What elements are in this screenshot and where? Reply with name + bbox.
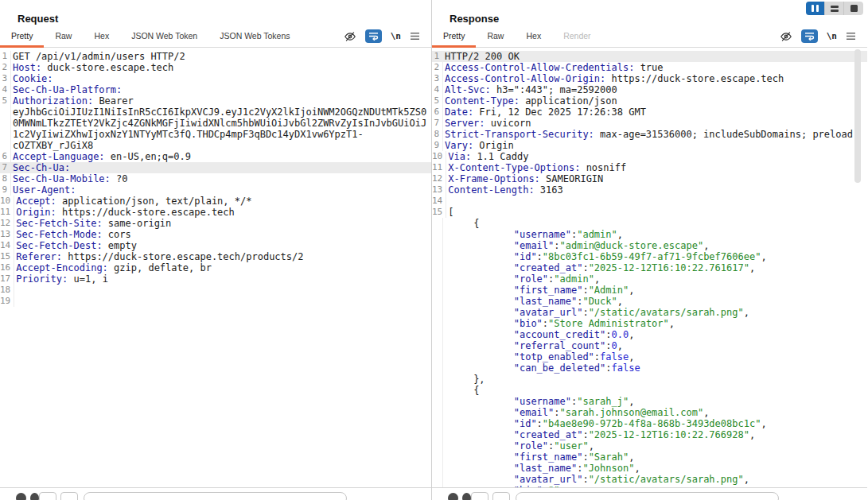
- code-line[interactable]: 11Origin: https://duck-store.escape.tech: [0, 207, 431, 218]
- columns-layout-button[interactable]: [806, 2, 825, 15]
- tab-raw[interactable]: Raw: [44, 27, 83, 48]
- code-line[interactable]: "username":"admin",: [432, 229, 867, 240]
- line-number: 9: [432, 140, 443, 151]
- code-line[interactable]: "first_name":"Sarah",: [432, 452, 867, 463]
- code-line[interactable]: 18: [0, 285, 431, 296]
- response-editor[interactable]: 1HTTP/2 200 OK2Access-Control-Allow-Cred…: [432, 48, 867, 487]
- code-line[interactable]: 2Host: duck-store.escape.tech: [0, 62, 431, 73]
- rows-layout-button[interactable]: [825, 2, 844, 15]
- code-line[interactable]: 1HTTP/2 200 OK: [432, 51, 867, 62]
- tab-hex[interactable]: Hex: [515, 27, 552, 48]
- code-line[interactable]: 8Strict-Transport-Security: max-age=3153…: [432, 129, 867, 140]
- code-line[interactable]: 9User-Agent:: [0, 184, 431, 196]
- code-line[interactable]: "account_credit":0.0,: [432, 329, 867, 340]
- soft-wrap-toggle-button[interactable]: [365, 29, 382, 43]
- line-number: 5: [432, 95, 443, 107]
- request-panel-header: Request PrettyRawHexJSON Web TokenJSON W…: [0, 0, 431, 48]
- code-line[interactable]: 5Authorization: Bearer eyJhbGciOiJIUzI1N…: [0, 95, 431, 151]
- code-line[interactable]: "can_be_deleted":false: [432, 362, 867, 374]
- code-line[interactable]: "created_at":"2025-12-12T16:10:22.766928…: [432, 429, 867, 440]
- code-line[interactable]: 4Alt-Svc: h3=":443"; ma=2592000: [432, 84, 867, 95]
- code-line[interactable]: "id":"8bc03fc1-6b59-49f7-af71-9fcbef7606…: [432, 251, 867, 262]
- single-view-button[interactable]: [844, 2, 863, 15]
- code-line[interactable]: 14Sec-Fetch-Dest: empty: [0, 240, 431, 251]
- code-line[interactable]: 3Cookie:: [0, 73, 431, 84]
- code-line[interactable]: 7Server: uvicorn: [432, 118, 867, 129]
- code-line[interactable]: 12X-Frame-Options: SAMEORIGIN: [432, 173, 867, 184]
- menu-icon[interactable]: [410, 32, 420, 41]
- line-number: [432, 318, 443, 329]
- tab-json-web-token[interactable]: JSON Web Token: [120, 27, 208, 48]
- code-line[interactable]: "email":"sarah.johnson@email.com",: [432, 407, 867, 418]
- soft-wrap-toggle-button[interactable]: [801, 29, 818, 43]
- code-line[interactable]: "first_name":"Admin",: [432, 285, 867, 296]
- newline-chars-icon[interactable]: \n: [827, 31, 837, 41]
- code-line[interactable]: 2Access-Control-Allow-Credentials: true: [432, 62, 867, 73]
- code-line[interactable]: "created_at":"2025-12-12T16:10:22.761617…: [432, 262, 867, 273]
- line-number: [432, 307, 443, 318]
- code-line[interactable]: "totp_enabled":false,: [432, 351, 867, 362]
- code-line[interactable]: 5Content-Type: application/json: [432, 95, 867, 107]
- code-line[interactable]: 17Priority: u=1, i: [0, 273, 431, 285]
- tab-pretty[interactable]: Pretty: [432, 27, 476, 48]
- request-editor[interactable]: 1GET /api/v1/admin/users HTTP/22Host: du…: [0, 48, 431, 487]
- tab-raw[interactable]: Raw: [476, 27, 515, 48]
- code-line[interactable]: 13Sec-Fetch-Mode: cors: [0, 229, 431, 240]
- code-line[interactable]: 13Content-Length: 3163: [432, 184, 867, 196]
- menu-icon[interactable]: [846, 32, 856, 41]
- line-number: 1: [432, 51, 443, 62]
- code-line[interactable]: 19: [0, 296, 431, 307]
- code-line[interactable]: 8Sec-Ch-Ua-Mobile: ?0: [0, 173, 431, 184]
- code-line[interactable]: "avatar_url":"/static/avatars/sarah.png"…: [432, 307, 867, 318]
- code-line[interactable]: 14: [432, 196, 867, 207]
- response-scrollbar-thumb[interactable]: [854, 49, 861, 183]
- tab-json-web-tokens[interactable]: JSON Web Tokens: [208, 27, 301, 48]
- tab-pretty[interactable]: Pretty: [0, 27, 44, 48]
- newline-chars-icon[interactable]: \n: [391, 31, 401, 41]
- search-mode-icon[interactable]: [30, 493, 39, 500]
- code-line[interactable]: 11X-Content-Type-Options: nosniff: [432, 162, 867, 173]
- code-line[interactable]: "last_name":"Johnson",: [432, 463, 867, 474]
- code-line[interactable]: "referral_count":0,: [432, 340, 867, 351]
- code-line[interactable]: {: [432, 385, 867, 396]
- code-line[interactable]: 6Date: Fri, 12 Dec 2025 17:26:38 GMT: [432, 107, 867, 118]
- code-line[interactable]: 4Sec-Ch-Ua-Platform:: [0, 84, 431, 95]
- code-line[interactable]: 6Accept-Language: en-US,en;q=0.9: [0, 151, 431, 162]
- code-line[interactable]: "last_name":"Duck",: [432, 296, 867, 307]
- code-line[interactable]: {: [432, 218, 867, 229]
- code-line[interactable]: 16Accept-Encoding: gzip, deflate, br: [0, 262, 431, 273]
- line-number: [432, 385, 443, 396]
- code-line[interactable]: "username":"sarah_j",: [432, 396, 867, 407]
- code-line[interactable]: "avatar_url":"/static/avatars/sarah.png"…: [432, 474, 867, 485]
- code-line[interactable]: 7Sec-Ch-Ua:: [0, 162, 431, 173]
- request-search-bar: [0, 487, 431, 500]
- code-line[interactable]: "id":"b4ae8e90-972b-4f8a-868b-3493de08bc…: [432, 418, 867, 429]
- search-input[interactable]: [84, 492, 347, 500]
- code-line[interactable]: 9Vary: Origin: [432, 140, 867, 151]
- line-number: 10: [432, 151, 446, 162]
- code-line[interactable]: "email":"admin@duck-store.escape",: [432, 240, 867, 251]
- search-settings-icon[interactable]: [448, 493, 458, 500]
- prev-match-button[interactable]: [471, 492, 488, 500]
- code-line[interactable]: 12Sec-Fetch-Site: same-origin: [0, 218, 431, 229]
- tab-hex[interactable]: Hex: [83, 27, 120, 48]
- next-match-button[interactable]: [60, 492, 78, 500]
- code-line[interactable]: 10Accept: application/json, text/plain, …: [0, 196, 431, 207]
- prev-match-button[interactable]: [39, 492, 56, 500]
- code-line[interactable]: 10Via: 1.1 Caddy: [432, 151, 867, 162]
- tab-render[interactable]: Render: [552, 27, 601, 48]
- code-line[interactable]: "role":"user",: [432, 440, 867, 452]
- code-line[interactable]: "role":"admin",: [432, 273, 867, 285]
- code-line[interactable]: "bio":"Store Administrator",: [432, 318, 867, 329]
- eye-off-icon[interactable]: [344, 30, 356, 43]
- next-match-button[interactable]: [492, 492, 510, 500]
- search-settings-icon[interactable]: [16, 493, 26, 500]
- code-line[interactable]: 15[: [432, 207, 867, 218]
- code-line[interactable]: },: [432, 374, 867, 385]
- search-input[interactable]: [516, 492, 779, 500]
- search-mode-icon[interactable]: [462, 493, 471, 500]
- code-line[interactable]: 15Referer: https://duck-store.escape.tec…: [0, 251, 431, 262]
- eye-off-icon[interactable]: [780, 30, 792, 43]
- code-line[interactable]: 3Access-Control-Allow-Origin: https://du…: [432, 73, 867, 84]
- code-line[interactable]: 1GET /api/v1/admin/users HTTP/2: [0, 51, 431, 62]
